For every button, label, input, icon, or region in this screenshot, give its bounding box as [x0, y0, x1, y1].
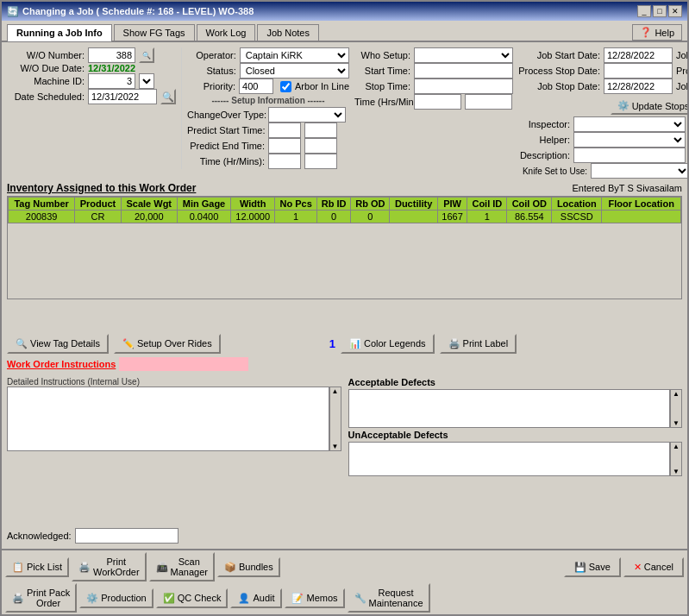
- scroll-down-arrow[interactable]: ▼: [330, 443, 341, 450]
- wo-number-search-button[interactable]: 🔍: [139, 47, 154, 63]
- arbor-in-line-checkbox[interactable]: [280, 81, 291, 92]
- operator-label: Operator:: [187, 50, 236, 60]
- start-time-row: Start Time:: [354, 63, 513, 79]
- mid-right-column: Who Setup: Start Time: Stop Time: Time (…: [354, 47, 513, 110]
- detail-instructions-textarea[interactable]: [7, 387, 329, 451]
- unacceptable-defects-textarea[interactable]: [348, 442, 671, 476]
- col-product: Product: [75, 198, 121, 211]
- cell-coil-od: 86.554: [507, 211, 552, 223]
- bundles-button[interactable]: 📦 Bundles: [217, 557, 280, 577]
- date-scheduled-input[interactable]: [88, 89, 157, 104]
- print-workorder-button[interactable]: 🖨️ PrintWorkOrder: [72, 552, 147, 581]
- job-stop-date-input[interactable]: [604, 79, 673, 94]
- scan-manager-button[interactable]: 📠 ScanManager: [149, 552, 215, 581]
- acceptable-scrollbar[interactable]: ▲ ▼: [670, 389, 682, 428]
- action-row: 🔍 View Tag Details ✏️ Setup Over Rides 1…: [7, 334, 682, 354]
- time-hr-input1[interactable]: [268, 154, 301, 169]
- detail-instructions-label: Detailed Instructions (Internal Use): [7, 377, 341, 387]
- scroll-up-arrow3[interactable]: ▲: [671, 443, 681, 450]
- predict-start-input1[interactable]: [268, 123, 301, 138]
- machine-id-row: Machine ID:: [7, 73, 176, 89]
- help-icon: ❓: [640, 27, 652, 38]
- col-no-pcs: No Pcs: [275, 198, 317, 211]
- wo-instructions-row: Work Order Instructions: [7, 357, 682, 371]
- stop-time-input[interactable]: [414, 79, 513, 94]
- save-icon: 💾: [574, 562, 586, 573]
- pick-list-icon: 📋: [12, 562, 24, 573]
- predict-end-input1[interactable]: [268, 138, 301, 154]
- start-time-input[interactable]: [414, 63, 513, 79]
- inventory-count: 1: [329, 337, 335, 350]
- wo-number-input[interactable]: [88, 47, 135, 63]
- audit-button[interactable]: 👤 Audit: [230, 588, 282, 608]
- who-setup-select[interactable]: [414, 47, 513, 63]
- acknowledged-input[interactable]: [75, 528, 179, 544]
- tab-show-fg-tags[interactable]: Show FG Tags: [114, 24, 195, 41]
- scroll-up-arrow2[interactable]: ▲: [671, 390, 681, 398]
- status-select[interactable]: Closed: [240, 63, 349, 79]
- qc-check-button[interactable]: ✅ QC Check: [156, 588, 229, 608]
- setup-over-rides-button[interactable]: ✏️ Setup Over Rides: [114, 334, 221, 354]
- inspector-select[interactable]: [573, 116, 686, 132]
- scroll-down-arrow2[interactable]: ▼: [671, 419, 681, 427]
- acknowledged-label: Acknowledged:: [7, 531, 72, 541]
- maximize-button[interactable]: □: [653, 5, 667, 17]
- machine-id-dropdown[interactable]: [139, 73, 154, 89]
- inspector-label: Inspector:: [518, 119, 570, 129]
- scroll-track: [330, 395, 341, 443]
- machine-id-input[interactable]: [88, 73, 135, 89]
- instructions-scrollbar[interactable]: ▲ ▼: [329, 387, 341, 451]
- scroll-down-arrow3[interactable]: ▼: [671, 468, 681, 475]
- print-label-button[interactable]: 🖨️ Print Label: [440, 334, 517, 354]
- request-maintenance-button[interactable]: 🔧 RequestMaintenance: [348, 583, 430, 613]
- tab-job-notes[interactable]: Job Notes: [257, 24, 319, 41]
- tab-running-job-info[interactable]: Running a Job Info: [7, 24, 112, 41]
- unacceptable-scrollbar[interactable]: ▲ ▼: [670, 442, 682, 476]
- time-hr-input2[interactable]: [304, 154, 337, 169]
- color-legends-button[interactable]: 📊 Color Legends: [341, 334, 435, 354]
- knife-select[interactable]: [591, 163, 687, 179]
- predict-start-input2[interactable]: [304, 123, 337, 138]
- wo-due-date-label: W/O Due Date:: [7, 63, 85, 73]
- priority-input[interactable]: [239, 79, 273, 94]
- operator-row: Operator: Captain KiRK: [187, 47, 349, 63]
- minimize-button[interactable]: _: [637, 5, 651, 17]
- scroll-up-arrow[interactable]: ▲: [330, 387, 341, 395]
- audit-inner: 👤 Audit: [238, 593, 274, 604]
- memos-button[interactable]: 📝 Memos: [285, 588, 344, 608]
- cancel-button[interactable]: ✕ Cancel: [623, 557, 684, 577]
- help-button[interactable]: ❓ Help: [632, 24, 682, 41]
- right-top: Job Start Date: Process Stop Date: Job S…: [518, 47, 687, 94]
- print-pack-order-button[interactable]: 🖨️ Print PackOrder: [5, 583, 77, 613]
- close-button[interactable]: ✕: [668, 5, 682, 17]
- operator-select[interactable]: Captain KiRK: [240, 47, 349, 63]
- dates-block: Job Start Date: Process Stop Date: Job S…: [518, 47, 673, 94]
- inventory-header: Inventory Assigned to this Work Order En…: [7, 182, 682, 194]
- scroll-track2: [671, 398, 681, 419]
- table-row[interactable]: 200839 CR 20,000 0.0400 12.0000 1 0 0 16…: [9, 211, 681, 223]
- acceptable-defects-textarea[interactable]: [348, 389, 671, 428]
- time-hrs-input2[interactable]: [465, 94, 512, 110]
- changeover-type-select[interactable]: [268, 107, 346, 123]
- print-workorder-icon: 🖨️: [78, 562, 91, 573]
- job-start-date-input[interactable]: [604, 47, 673, 63]
- bundles-inner: 📦 Bundles: [224, 562, 273, 573]
- production-button[interactable]: ⚙️ Production: [79, 588, 153, 608]
- predict-start-label: Predict Start Time:: [187, 125, 265, 135]
- helper-select[interactable]: [573, 132, 686, 148]
- update-stops-button[interactable]: ⚙️ Update Stops: [611, 97, 687, 115]
- tab-work-log[interactable]: Work Log: [197, 24, 256, 41]
- time-hrs-input1[interactable]: [414, 94, 461, 110]
- date-scheduled-search-button[interactable]: 🔍: [160, 89, 176, 104]
- inventory-table: Tag Number Product Scale Wgt Min Gage Wi…: [8, 197, 681, 223]
- save-button[interactable]: 💾 Save: [564, 557, 621, 577]
- description-input[interactable]: [573, 148, 686, 163]
- view-tag-details-button[interactable]: 🔍 View Tag Details: [7, 334, 109, 354]
- pick-list-button[interactable]: 📋 Pick List: [5, 557, 69, 577]
- cell-piw: 1667: [437, 211, 467, 223]
- predict-end-input2[interactable]: [304, 138, 337, 154]
- inventory-table-container[interactable]: Tag Number Product Scale Wgt Min Gage Wi…: [7, 196, 682, 299]
- process-stop-date-input[interactable]: [604, 63, 673, 79]
- changeover-row: ChangeOver Type:: [187, 107, 349, 123]
- memos-inner: 📝 Memos: [291, 593, 337, 604]
